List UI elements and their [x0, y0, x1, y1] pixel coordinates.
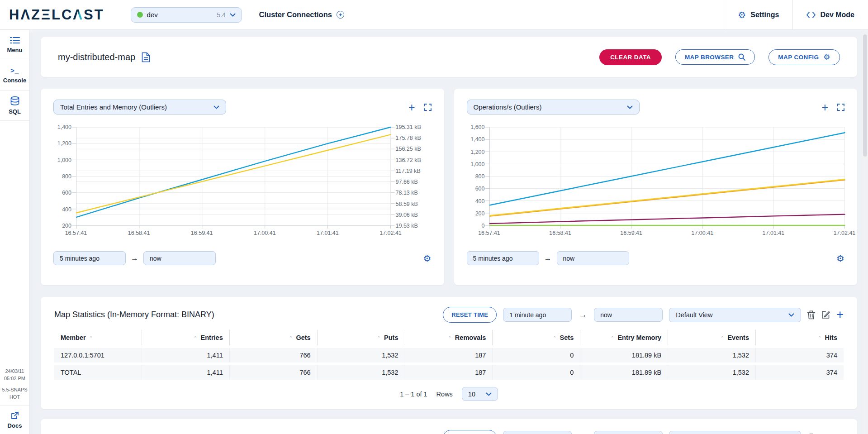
x-axis: 16:57:4116:58:4116:59:4117:00:4117:01:41… [76, 226, 391, 238]
sidebar-item-console[interactable]: >_ Console [0, 60, 29, 91]
sort-caret-icon: ⌃ [193, 335, 197, 341]
dev-mode-button[interactable]: Dev Mode [792, 0, 868, 29]
version-label: 5.5-SNAPSHOT [0, 386, 29, 401]
time-from-input[interactable]: 1 minute ago [503, 431, 572, 434]
table-row[interactable]: 127.0.0.1:57011,4117661,5321870181.89 kB… [54, 348, 844, 362]
topbar: HΛZΞLCΛST dev 5.4 Cluster Connections + … [0, 0, 868, 30]
clear-data-button[interactable]: CLEAR DATA [599, 49, 662, 65]
column-header-entries[interactable]: ⌃Entries [142, 330, 230, 345]
settings-label: Settings [750, 11, 779, 19]
map-config-button[interactable]: MAP CONFIG ⚙ [768, 49, 840, 65]
hazelcast-logo[interactable]: HΛZΞLCΛST [9, 7, 104, 23]
column-header-events[interactable]: ⌃Events [668, 330, 756, 345]
map-throughput-section: Map Throughput Statistics RESET TIME 1 m… [41, 419, 857, 434]
view-selector[interactable]: Default View [669, 308, 801, 322]
column-header-puts[interactable]: ⌃Puts [318, 330, 405, 345]
chevron-down-icon [627, 105, 633, 109]
time-to-input[interactable]: now [557, 251, 629, 265]
arrow-right-icon: → [131, 254, 138, 263]
cluster-status-dot [137, 12, 143, 18]
column-header-member[interactable]: Member⌃ [54, 330, 142, 345]
column-header-entry-memory[interactable]: ⌃Entry Memory [580, 330, 668, 345]
column-header-hits[interactable]: ⌃Hits [756, 330, 844, 345]
cluster-connections-label: Cluster Connections [259, 10, 332, 19]
map-browser-button[interactable]: MAP BROWSER [675, 49, 755, 65]
y-axis-tick-label: 97.66 kB [396, 179, 418, 185]
sidebar-item-sql[interactable]: SQL [0, 91, 29, 121]
add-chart-icon[interactable]: + [821, 103, 828, 112]
gear-icon: ⚙ [823, 53, 830, 61]
series-line-entry-memory-kb [76, 134, 391, 213]
plot-area [76, 127, 391, 226]
add-view-button[interactable]: + [836, 310, 844, 320]
sidebar-item-label: SQL [9, 108, 21, 115]
section-title: Map Statistics (In-Memory Format: BINARY… [54, 310, 214, 320]
chart-settings-gear-icon[interactable]: ⚙ [836, 254, 844, 263]
y-axis-tick-label: 200 [475, 210, 485, 217]
docs-label: Docs [8, 422, 22, 429]
cluster-name: dev [147, 11, 158, 19]
cluster-selector[interactable]: dev 5.4 [131, 7, 242, 23]
sort-caret-icon: ⌃ [817, 335, 821, 341]
chart-metric-selector[interactable]: Total Entries and Memory (Outliers) [53, 100, 226, 114]
column-header-gets[interactable]: ⌃Gets [230, 330, 318, 345]
add-chart-icon[interactable]: + [408, 103, 415, 112]
table-header: Member⌃⌃Entries⌃Gets⌃Puts⌃Removals⌃Sets⌃… [54, 330, 844, 345]
table-cell: 374 [756, 348, 844, 362]
column-header-sets[interactable]: ⌃Sets [493, 330, 580, 345]
fullscreen-icon[interactable] [837, 104, 844, 111]
table-body: 127.0.0.1:57011,4117661,5321870181.89 kB… [54, 348, 844, 380]
server-timestamp: 24/03/1105:02 PM [0, 368, 29, 382]
chart-settings-gear-icon[interactable]: ⚙ [423, 254, 432, 263]
x-axis-tick-label: 16:58:41 [549, 230, 571, 236]
vertical-scrollbar[interactable] [862, 30, 868, 434]
reset-time-button[interactable]: RESET TIME [443, 430, 497, 434]
document-icon[interactable] [142, 52, 150, 62]
x-axis: 16:57:4116:58:4116:59:4117:00:4117:01:41… [489, 226, 845, 238]
database-icon [10, 96, 20, 105]
throughput-toolbar: RESET TIME 1 minute ago → now Default Vi… [443, 430, 844, 434]
table-row[interactable]: TOTAL1,4117661,5321870181.89 kB1,532374 [54, 365, 844, 380]
y-axis-tick-label: 175.78 kB [396, 135, 421, 141]
column-header-removals[interactable]: ⌃Removals [405, 330, 493, 345]
map-browser-label: MAP BROWSER [685, 54, 734, 61]
series-line-series-blue [490, 133, 845, 205]
chart-metric-selector[interactable]: Operations/s (Outliers) [467, 100, 640, 114]
docs-link[interactable]: Docs [0, 405, 29, 434]
y-axis-right: 195.31 kB175.78 kB156.25 kB136.72 kB117.… [391, 127, 432, 226]
add-cluster-connection-icon[interactable]: + [337, 11, 344, 19]
time-from-input[interactable]: 5 minutes ago [467, 251, 539, 265]
delete-view-button[interactable] [807, 310, 815, 320]
main-content: my-distributed-map CLEAR DATA MAP BROWSE… [30, 30, 868, 434]
settings-button[interactable]: ⚙ Settings [724, 0, 792, 29]
y-axis-tick-label: 1,400 [470, 136, 484, 143]
y-axis-tick-label: 78.13 kB [396, 190, 418, 196]
logo-text: HΛZΞLC [9, 7, 73, 23]
plot-area [489, 127, 845, 226]
time-to-input[interactable]: now [143, 251, 216, 265]
x-axis-tick-label: 17:01:41 [317, 230, 339, 236]
x-axis-tick-label: 16:59:41 [620, 230, 642, 236]
time-from-input[interactable]: 5 minutes ago [53, 251, 126, 265]
sidebar-item-menu[interactable]: Menu [0, 30, 29, 60]
table-cell: 181.89 kB [580, 365, 668, 380]
table-cell: 181.89 kB [580, 348, 668, 362]
x-axis-tick-label: 17:00:41 [691, 230, 713, 236]
time-to-input[interactable]: now [594, 431, 663, 434]
series-line-series-purple [490, 215, 845, 224]
table-cell: 0 [493, 348, 580, 362]
time-to-input[interactable]: now [594, 308, 663, 322]
sidebar-footer: 24/03/1105:02 PM 5.5-SNAPSHOT Docs [0, 368, 29, 434]
edit-view-button[interactable] [821, 310, 830, 319]
scrollbar-thumb[interactable] [863, 34, 867, 157]
reset-time-button[interactable]: RESET TIME [443, 307, 497, 323]
view-selector-label: Default View [676, 311, 712, 319]
rows-per-page-selector[interactable]: 10 [462, 387, 498, 401]
series-line-series-yellow [490, 179, 845, 215]
view-selector[interactable]: Default View [669, 431, 801, 434]
rows-per-page-value: 10 [468, 391, 475, 398]
time-from-input[interactable]: 1 minute ago [503, 308, 572, 322]
x-axis-tick-label: 16:57:41 [65, 230, 87, 236]
cluster-connections[interactable]: Cluster Connections + [259, 10, 344, 19]
fullscreen-icon[interactable] [424, 104, 432, 111]
